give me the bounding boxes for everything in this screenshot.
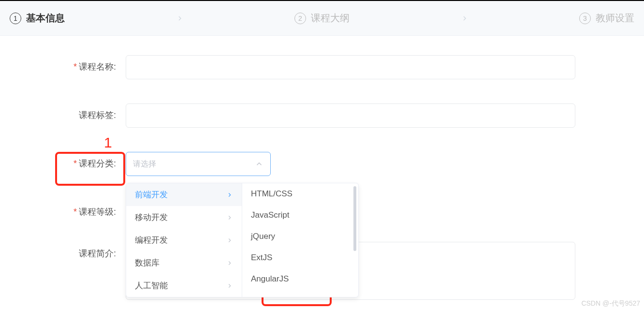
step-number-2: 2 [294,13,306,24]
cascader-item-jquery[interactable]: jQuery [242,226,358,247]
chevron-right-icon [226,192,233,198]
cascader-item-angularjs[interactable]: AngularJS [242,268,358,290]
step-label-1: 基本信息 [26,12,65,25]
cascader-item-ai[interactable]: 人工智能 [126,274,242,297]
cascader-col-1: 前端开发 移动开发 编程开发 数据库 [126,183,242,297]
cascader-item-htmlcss[interactable]: HTML/CSS [242,183,358,205]
scrollbar[interactable] [353,186,357,294]
step-label-3: 教师设置 [596,12,634,25]
chevron-right-icon [226,282,233,289]
step-separator [65,15,294,22]
step-separator [350,15,579,22]
cascader-input[interactable]: 请选择 [126,152,271,176]
step-basic-info[interactable]: 1 基本信息 [10,12,65,25]
cascader-item-programming[interactable]: 编程开发 [126,229,242,251]
cascader-item-extjs[interactable]: ExtJS [242,247,358,268]
watermark: CSDN @-代号9527 [581,299,640,308]
label-course-tag: 课程标签: [29,103,126,121]
chevron-right-icon [226,260,233,266]
course-tag-input[interactable] [126,103,575,128]
cascader-dropdown: 前端开发 移动开发 编程开发 数据库 [126,183,359,297]
chevron-right-icon [461,15,468,22]
row-course-tag: 课程标签: [29,103,615,128]
cascader-item-mobile[interactable]: 移动开发 [126,206,242,229]
chevron-down-icon [255,160,263,168]
chevron-right-icon [226,214,233,221]
cascader-item-database[interactable]: 数据库 [126,251,242,274]
step-teacher-settings[interactable]: 3 教师设置 [579,12,634,25]
scrollbar-thumb[interactable] [353,186,356,251]
wizard-stepper: 1 基本信息 2 课程大纲 3 教师设置 [0,1,644,36]
course-category-cascader[interactable]: 请选择 前端开发 移动开发 编程开发 [126,152,271,176]
label-course-category: *课程分类: [29,152,126,169]
row-course-category: *课程分类: 请选择 前端开发 移动开发 [29,152,615,176]
step-label-2: 课程大纲 [311,12,350,25]
cascader-placeholder: 请选择 [133,159,255,169]
course-name-input[interactable] [126,55,575,79]
step-syllabus[interactable]: 2 课程大纲 [294,12,350,25]
cascader-col-2: HTML/CSS JavaScript jQuery ExtJS Angular [242,183,358,297]
chevron-right-icon [176,15,184,22]
form-area: *课程名称: 课程标签: *课程分类: 请选择 [0,36,644,300]
cascader-item-frontend[interactable]: 前端开发 [126,183,242,206]
label-course-level: *课程等级: [29,200,126,218]
cascader-item-javascript[interactable]: JavaScript [242,205,358,226]
step-number-1: 1 [10,13,21,24]
label-course-name: *课程名称: [29,55,126,73]
chevron-right-icon [226,237,233,244]
row-course-name: *课程名称: [29,55,615,79]
label-course-intro: 课程简介: [29,242,126,259]
step-number-3: 3 [579,13,591,24]
